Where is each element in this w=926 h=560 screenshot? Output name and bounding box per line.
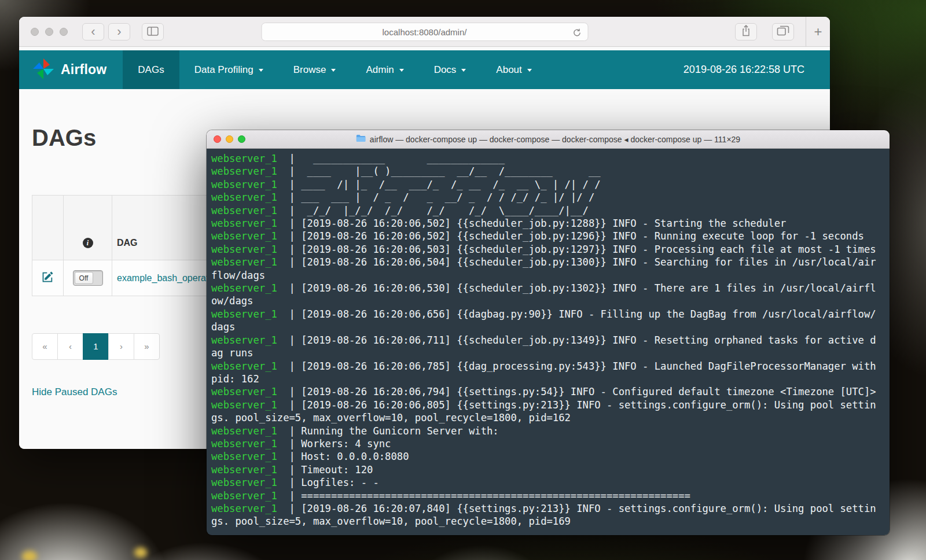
- terminal-line: webserver_1 | ____ |__( )_________ __/__…: [211, 165, 876, 178]
- navbar-item[interactable]: Docs: [419, 50, 482, 89]
- terminal-line-prefix: webserver_1: [211, 230, 277, 242]
- terminal-line-prefix: webserver_1: [211, 490, 277, 502]
- pagination-button[interactable]: ›: [108, 333, 134, 360]
- terminal-line-text: | Workers: 4 sync: [277, 438, 391, 450]
- pagination-button[interactable]: »: [134, 333, 160, 360]
- sidebar-toggle-button[interactable]: [142, 23, 164, 40]
- terminal-minimize-button[interactable]: [226, 135, 233, 143]
- chevron-down-icon: [527, 69, 532, 72]
- terminal-line: webserver_1 | [2019-08-26 16:20:06,502] …: [211, 230, 876, 242]
- terminal-line-prefix: webserver_1: [211, 477, 277, 488]
- terminal-titlebar[interactable]: airflow — docker-compose up — docker-com…: [207, 130, 890, 149]
- refresh-icon[interactable]: [572, 27, 582, 38]
- address-bar[interactable]: localhost:8080/admin/: [261, 23, 588, 41]
- terminal-line-text: | Running the Gunicorn Server with:: [277, 425, 499, 437]
- terminal-line: webserver_1 | _/_/ |_/_/ /_/ /_/ /_/ \__…: [211, 204, 876, 217]
- navbar-item[interactable]: DAGs: [123, 50, 179, 89]
- terminal-line-prefix: webserver_1: [211, 360, 277, 372]
- window-minimize-button[interactable]: [45, 28, 53, 36]
- terminal-line-text: | [2019-08-26 16:20:06,503] {{scheduler_…: [277, 244, 876, 255]
- toggle-off-label: Off: [75, 272, 93, 284]
- terminal-line-text: | Logfiles: - -: [277, 477, 379, 488]
- terminal-output: webserver_1 | ____________ _____________…: [207, 149, 890, 535]
- window-close-button[interactable]: [31, 28, 39, 36]
- terminal-line-prefix: webserver_1: [211, 205, 277, 216]
- terminal-line-text: | Host: 0.0.0.0:8080: [277, 451, 409, 462]
- terminal-close-button[interactable]: [214, 135, 221, 143]
- terminal-line: webserver_1 | [2019-08-26 16:20:06,794] …: [211, 385, 876, 398]
- terminal-line-prefix: webserver_1: [211, 256, 277, 268]
- toggle-cell: Off: [64, 260, 112, 296]
- table-header-info: i: [64, 196, 112, 260]
- chevron-down-icon: [461, 69, 466, 72]
- terminal-line-text: | [2019-08-26 16:20:06,502] {{scheduler_…: [277, 230, 864, 242]
- edit-cell: [32, 260, 64, 296]
- terminal-line: webserver_1 | [2019-08-26 16:20:06,805] …: [211, 399, 876, 425]
- navbar-item[interactable]: About: [481, 50, 546, 89]
- terminal-line-text: | [2019-08-26 16:20:06,656] {{dagbag.py:…: [211, 308, 876, 333]
- url-text: localhost:8080/admin/: [383, 27, 467, 37]
- navbar-menu: DAGsData ProfilingBrowseAdminDocsAbout: [123, 50, 546, 89]
- terminal-line: webserver_1 | [2019-08-26 16:20:06,530] …: [211, 282, 876, 308]
- terminal-line-text: | Timeout: 120: [277, 464, 373, 476]
- pagination-button[interactable]: 1: [83, 333, 109, 360]
- dag-column-label: DAG: [117, 238, 138, 248]
- dag-pause-toggle[interactable]: Off: [73, 270, 103, 286]
- terminal-line: webserver_1 | ==========================…: [211, 489, 876, 502]
- forward-button[interactable]: ›: [108, 23, 130, 40]
- terminal-line: webserver_1 | Running the Gunicorn Serve…: [211, 425, 876, 437]
- edit-icon[interactable]: [42, 274, 53, 284]
- window-zoom-button[interactable]: [60, 28, 68, 36]
- terminal-line: webserver_1 | [2019-08-26 16:20:06,502] …: [211, 217, 876, 230]
- terminal-line-prefix: webserver_1: [211, 165, 277, 177]
- terminal-line-text: | _/_/ |_/_/ /_/ /_/ /_/ \____/____/|__/: [277, 205, 589, 216]
- table-header-edit: [32, 196, 64, 260]
- navbar-item-label: Data Profiling: [194, 64, 253, 76]
- terminal-line-text: | ____ /| |_ /__ ___/_ /_ __ /_ __ \_ | …: [277, 179, 601, 190]
- terminal-line-prefix: webserver_1: [211, 179, 277, 190]
- terminal-line-prefix: webserver_1: [211, 451, 277, 462]
- terminal-line-text: | ____________ _____________: [277, 153, 505, 164]
- terminal-line-text: | ======================================…: [277, 490, 690, 502]
- navbar-item[interactable]: Data Profiling: [179, 50, 278, 89]
- navbar-item[interactable]: Admin: [351, 50, 418, 89]
- terminal-line-text: | [2019-08-26 16:20:06,711] {{scheduler_…: [211, 334, 876, 359]
- chevron-down-icon: [259, 69, 263, 72]
- terminal-line-prefix: webserver_1: [211, 244, 277, 255]
- terminal-line: webserver_1 | [2019-08-26 16:20:06,503] …: [211, 243, 876, 256]
- chevron-down-icon: [399, 69, 404, 72]
- terminal-line-prefix: webserver_1: [211, 503, 277, 514]
- terminal-line: webserver_1 | ____________ _____________: [211, 152, 876, 165]
- terminal-title-text: airflow — docker-compose up — docker-com…: [370, 135, 740, 144]
- terminal-line-text: | [2019-08-26 16:20:06,785] {{dag_proces…: [211, 360, 882, 385]
- back-button[interactable]: ‹: [82, 23, 104, 40]
- pagination: «‹1›»: [32, 333, 160, 360]
- terminal-line-prefix: webserver_1: [211, 334, 277, 346]
- terminal-line: webserver_1 | [2019-08-26 16:20:07,840] …: [211, 502, 876, 528]
- terminal-line-prefix: webserver_1: [211, 191, 277, 203]
- terminal-line-prefix: webserver_1: [211, 153, 277, 164]
- navbar-item-label: Admin: [366, 64, 394, 76]
- terminal-line-text: | [2019-08-26 16:20:06,794] {{settings.p…: [277, 386, 876, 397]
- terminal-line: webserver_1 | ___ ___ | / _ / _ __/ _ / …: [211, 191, 876, 204]
- new-tab-button[interactable]: +: [806, 17, 830, 47]
- terminal-line-text: | [2019-08-26 16:20:06,805] {{settings.p…: [211, 399, 876, 423]
- dag-link[interactable]: example_bash_operator: [117, 273, 217, 283]
- terminal-line-prefix: webserver_1: [211, 386, 277, 397]
- utc-clock: 2019-08-26 16:22:58 UTC: [684, 64, 804, 76]
- terminal-line: webserver_1 | Logfiles: - -: [211, 476, 876, 489]
- browser-toolbar: ‹ › localhost:8080/admin/: [19, 17, 830, 47]
- pagination-button[interactable]: ‹: [57, 333, 83, 360]
- terminal-line-text: | [2019-08-26 16:20:06,530] {{scheduler_…: [211, 282, 876, 307]
- share-button[interactable]: [735, 23, 757, 40]
- navbar-item[interactable]: Browse: [278, 50, 351, 89]
- pagination-button[interactable]: «: [32, 333, 58, 360]
- hide-paused-dags-link[interactable]: Hide Paused DAGs: [32, 386, 117, 398]
- show-tabs-button[interactable]: [772, 23, 794, 40]
- airflow-brand[interactable]: Airflow: [32, 57, 106, 83]
- terminal-zoom-button[interactable]: [238, 135, 245, 143]
- info-icon[interactable]: i: [83, 238, 93, 248]
- terminal-line: webserver_1 | [2019-08-26 16:20:06,656] …: [211, 308, 876, 334]
- share-icon: [741, 24, 751, 39]
- navbar-item-label: DAGs: [138, 64, 164, 76]
